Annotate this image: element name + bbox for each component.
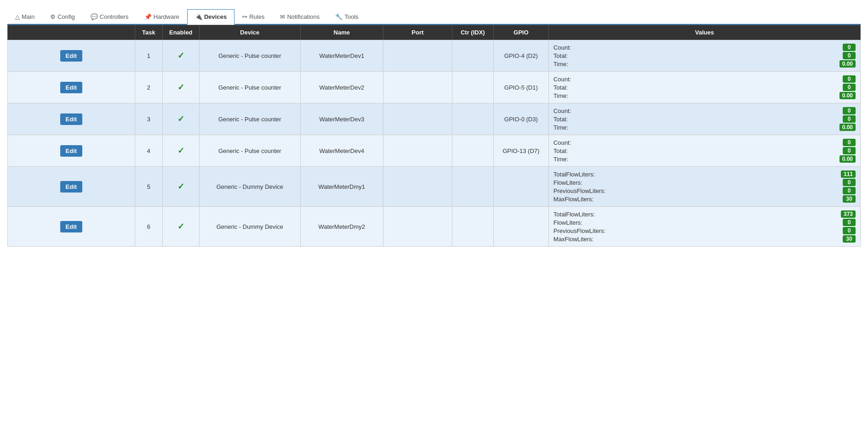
value-label: Time: — [554, 61, 568, 68]
value-row: Total:0 — [554, 84, 856, 91]
devices-nav-icon: 🔌 — [195, 13, 202, 20]
device-cell-3: Generic - Pulse counter — [199, 103, 300, 135]
value-badge: 0.00 — [839, 92, 856, 99]
controllers-nav-icon: 💬 — [91, 13, 98, 20]
name-cell-3: WaterMeterDev3 — [300, 103, 383, 135]
ctr-cell-6 — [452, 207, 493, 247]
edit-cell-4: Edit — [8, 135, 135, 167]
nav-label-notifications: Notifications — [287, 13, 320, 20]
edit-button-4[interactable]: Edit — [60, 145, 83, 157]
value-label: MaxFlowLiters: — [554, 196, 594, 203]
nav-label-rules: Rules — [249, 13, 264, 20]
nav-item-main[interactable]: △Main — [7, 9, 42, 24]
rules-nav-icon: ↦ — [242, 13, 247, 20]
value-row: Time:0.00 — [554, 124, 856, 131]
edit-button-5[interactable]: Edit — [60, 181, 83, 193]
edit-button-3[interactable]: Edit — [60, 113, 83, 125]
value-label: Time: — [554, 124, 568, 131]
ctr-cell-4 — [452, 135, 493, 167]
enabled-cell-3: ✓ — [162, 103, 199, 135]
value-row: Count:0 — [554, 44, 856, 51]
value-badge: 0.00 — [839, 124, 856, 131]
name-cell-2: WaterMeterDev2 — [300, 72, 383, 103]
value-label: Time: — [554, 156, 568, 163]
task-cell-3: 3 — [135, 103, 162, 135]
col-header-0 — [8, 25, 135, 40]
nav-label-main: Main — [22, 13, 34, 20]
ctr-cell-2 — [452, 72, 493, 103]
hardware-nav-icon: 📌 — [144, 13, 152, 20]
table-row: Edit2✓Generic - Pulse counterWaterMeterD… — [8, 72, 861, 103]
table-row: Edit6✓Generic - Dummy DeviceWaterMeterDm… — [8, 207, 861, 247]
value-badge: 111 — [841, 170, 856, 178]
edit-cell-5: Edit — [8, 167, 135, 207]
value-row: PreviousFlowLiters:0 — [554, 187, 856, 194]
task-cell-1: 1 — [135, 40, 162, 72]
edit-button-2[interactable]: Edit — [60, 82, 83, 93]
value-badge: 0 — [843, 52, 856, 59]
table-row: Edit4✓Generic - Pulse counterWaterMeterD… — [8, 135, 861, 167]
value-label: MaxFlowLiters: — [554, 236, 594, 243]
table-row: Edit5✓Generic - Dummy DeviceWaterMeterDm… — [8, 167, 861, 207]
nav-item-tools[interactable]: 🔧Tools — [327, 9, 366, 24]
col-header-5: Port — [383, 25, 452, 40]
value-badge: 0 — [843, 75, 856, 83]
gpio-cell-5 — [493, 167, 548, 207]
value-label: Count: — [554, 108, 571, 114]
value-row: TotalFlowLiters:111 — [554, 170, 856, 178]
name-cell-1: WaterMeterDev1 — [300, 40, 383, 72]
value-row: Count:0 — [554, 75, 856, 83]
value-label: Total: — [554, 52, 568, 59]
table-row: Edit3✓Generic - Pulse counterWaterMeterD… — [8, 103, 861, 135]
port-cell-5 — [383, 167, 452, 207]
value-row: Count:0 — [554, 139, 856, 146]
gpio-cell-6 — [493, 207, 548, 247]
value-label: Total: — [554, 147, 568, 154]
name-cell-6: WaterMeterDmy2 — [300, 207, 383, 247]
nav-item-rules[interactable]: ↦Rules — [234, 9, 272, 24]
notifications-nav-icon: ✉ — [280, 13, 285, 20]
value-badge: 0.00 — [839, 60, 856, 68]
task-cell-4: 4 — [135, 135, 162, 167]
col-header-3: Device — [199, 25, 300, 40]
value-badge: 0 — [843, 115, 856, 123]
edit-button-6[interactable]: Edit — [60, 221, 83, 232]
value-label: Count: — [554, 44, 571, 51]
value-row: Total:0 — [554, 52, 856, 59]
col-header-8: Values — [548, 25, 860, 40]
value-row: Time:0.00 — [554, 155, 856, 163]
col-header-2: Enabled — [162, 25, 199, 40]
enabled-cell-5: ✓ — [162, 167, 199, 207]
col-header-4: Name — [300, 25, 383, 40]
port-cell-6 — [383, 207, 452, 247]
checkmark-icon: ✓ — [177, 182, 184, 191]
value-badge: 0 — [843, 219, 856, 226]
value-badge: 0 — [843, 187, 856, 194]
nav-item-hardware[interactable]: 📌Hardware — [137, 9, 187, 24]
values-cell-6: TotalFlowLiters:373FlowLiters:0PreviousF… — [548, 207, 860, 247]
edit-button-1[interactable]: Edit — [60, 50, 83, 62]
value-label: TotalFlowLiters: — [554, 211, 595, 218]
gpio-cell-2: GPIO-5 (D1) — [493, 72, 548, 103]
value-label: FlowLiters: — [554, 219, 582, 226]
value-badge: 0.00 — [839, 155, 856, 163]
port-cell-1 — [383, 40, 452, 72]
nav-item-notifications[interactable]: ✉Notifications — [272, 9, 327, 24]
value-badge: 0 — [843, 147, 856, 154]
col-header-6: Ctr (IDX) — [452, 25, 493, 40]
ctr-cell-3 — [452, 103, 493, 135]
edit-cell-6: Edit — [8, 207, 135, 247]
value-row: FlowLiters:0 — [554, 179, 856, 186]
device-cell-2: Generic - Pulse counter — [199, 72, 300, 103]
edit-cell-2: Edit — [8, 72, 135, 103]
value-label: PreviousFlowLiters: — [554, 227, 605, 234]
value-row: Count:0 — [554, 107, 856, 114]
nav-item-config[interactable]: ⚙Config — [42, 9, 83, 24]
value-badge: 373 — [841, 210, 856, 218]
nav-item-devices[interactable]: 🔌Devices — [187, 9, 234, 25]
enabled-cell-2: ✓ — [162, 72, 199, 103]
gpio-cell-4: GPIO-13 (D7) — [493, 135, 548, 167]
name-cell-5: WaterMeterDmy1 — [300, 167, 383, 207]
value-row: Total:0 — [554, 115, 856, 123]
nav-item-controllers[interactable]: 💬Controllers — [83, 9, 137, 24]
